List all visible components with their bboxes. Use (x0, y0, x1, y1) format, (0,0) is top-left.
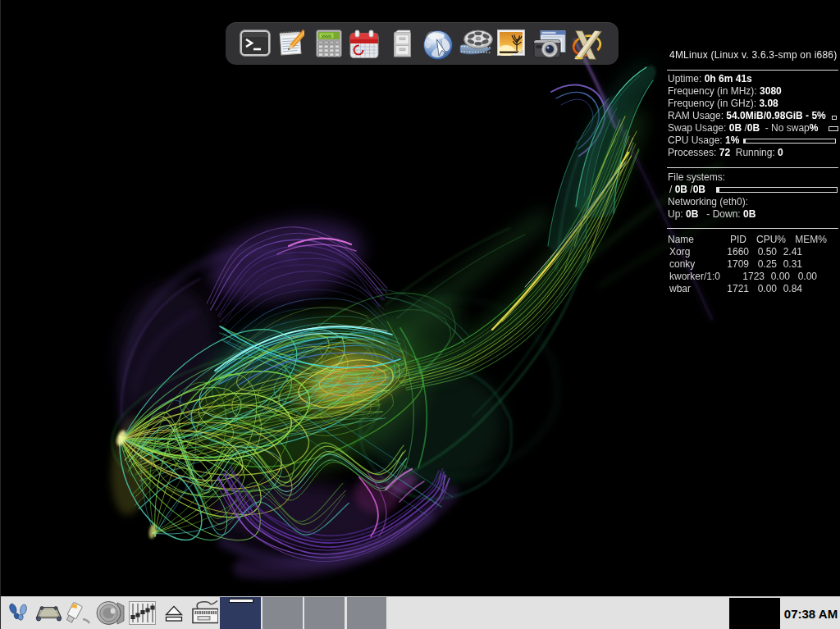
svg-text:8888: 8888 (322, 34, 331, 39)
